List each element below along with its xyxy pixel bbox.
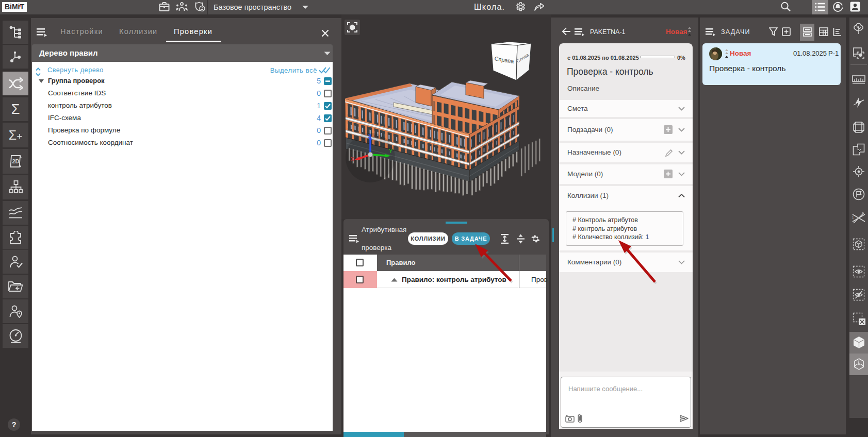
svg-text:X: X	[351, 156, 355, 162]
svg-text:2D: 2D	[12, 158, 20, 164]
svg-text:1: 1	[852, 216, 854, 219]
svg-text:Z: Z	[368, 133, 371, 139]
svg-text:Y: Y	[389, 148, 393, 154]
